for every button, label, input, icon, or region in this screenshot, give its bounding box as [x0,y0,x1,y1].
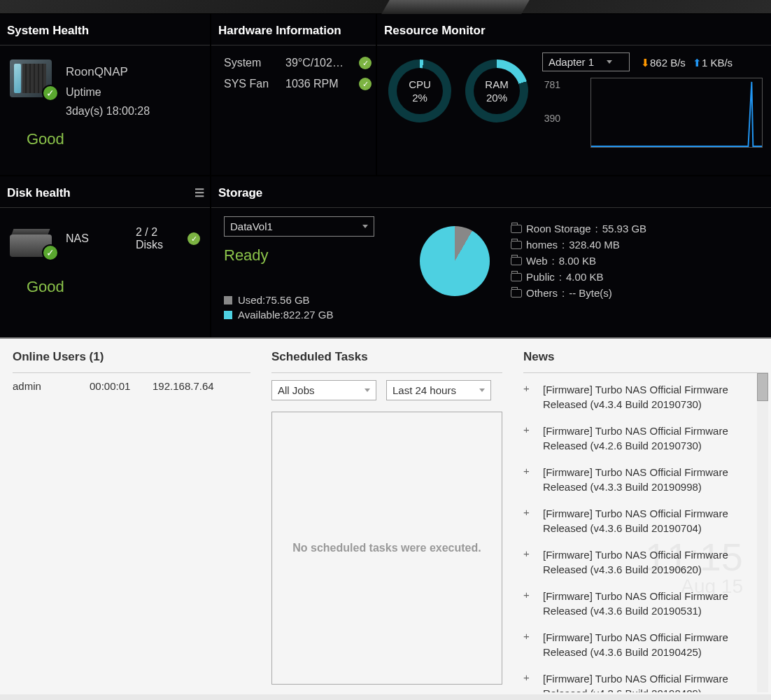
chevron-down-icon [362,225,368,228]
expand-icon[interactable]: + [523,382,533,412]
arrow-up-icon: ⬆ [693,57,702,69]
uptime-value: 3day(s) 18:00:28 [66,102,150,120]
folder-size: 8.00 KB [559,255,596,267]
news-text: [Firmware] Turbo NAS Official Firmware R… [543,382,768,412]
hw-system-value: 39°C/102… [285,57,353,69]
expand-icon[interactable]: + [523,630,533,659]
news-item[interactable]: +[Firmware] Turbo NAS Official Firmware … [523,420,768,461]
user-row: admin00:00:01192.168.7.64 [13,373,250,399]
resource-monitor-title: Resource Monitor [377,14,771,46]
folder-row: homes: 328.40 MB [511,237,646,253]
news-text: [Firmware] Turbo NAS Official Firmware R… [543,630,768,659]
volume-select-value: DataVol1 [230,220,273,232]
user-time: 00:00:01 [90,380,153,392]
adapter-select-value: Adapter 1 [549,56,594,68]
system-health-title: System Health [0,14,210,46]
news-item[interactable]: +[Firmware] Turbo NAS Official Firmware … [523,626,768,668]
disk-nas-label: NAS [66,232,136,245]
disk-count: 2 / 2 Disks [136,226,188,251]
ram-value: 20% [485,91,508,105]
news-title: News [523,344,768,373]
user-name: admin [13,380,90,392]
scrollbar-thumb[interactable] [757,373,768,401]
hw-system-label: System [224,57,280,69]
time-filter-select[interactable]: Last 24 hours [386,380,491,400]
folder-size: 55.93 GB [602,223,646,234]
news-item[interactable]: +[Firmware] Turbo NAS Official Firmware … [523,668,768,692]
chevron-down-icon [479,388,485,392]
scheduled-tasks-panel: Scheduled Tasks All Jobs Last 24 hours N… [259,339,511,694]
hw-fan-label: SYS Fan [224,78,280,90]
folder-name: Roon Storage [526,223,591,234]
expand-icon[interactable]: + [523,424,533,453]
news-text: [Firmware] Turbo NAS Official Firmware R… [543,506,768,536]
hw-fan-value: 1036 RPM [285,78,353,90]
ram-label: RAM [485,78,508,92]
status-ok-badge-icon: ✓ [42,244,59,261]
storage-folders-list: Roon Storage: 55.93 GBhomes: 328.40 MBWe… [511,216,646,301]
list-view-icon[interactable]: ☰ [194,186,203,200]
arrow-down-icon: ⬇ [641,57,650,69]
disk-health-panel: Disk health ☰ ✓ NAS 2 / 2 Disks ✓ Good [0,176,210,337]
storage-title: Storage [211,176,771,208]
news-panel: News +[Firmware] Turbo NAS Official Firm… [511,339,771,694]
folder-icon [511,273,522,281]
scheduled-tasks-title: Scheduled Tasks [271,344,502,373]
news-item[interactable]: +[Firmware] Turbo NAS Official Firmware … [523,461,768,503]
volume-select[interactable]: DataVol1 [224,216,374,237]
expand-icon[interactable]: + [523,671,533,692]
folder-icon [511,289,522,298]
system-health-panel: System Health ✓ RoonQNAP Uptime 3day(s) … [0,14,210,175]
storage-pie-chart [420,226,490,296]
system-health-status: Good [10,120,200,148]
news-item[interactable]: +[Firmware] Turbo NAS Official Firmware … [523,585,768,626]
storage-panel: Storage DataVol1 Ready Used:75.56 GB Ava… [211,176,771,337]
news-item[interactable]: +[Firmware] Turbo NAS Official Firmware … [523,544,768,585]
folder-name: Others [526,287,558,299]
folder-row: Others: -- Byte(s) [511,285,646,301]
disk-health-title: Disk health [7,186,71,200]
folder-icon [511,225,522,233]
chevron-down-icon [607,60,612,64]
folder-name: homes [526,239,558,251]
expand-icon[interactable]: + [523,547,533,577]
cpu-value: 2% [409,91,431,105]
folder-size: 4.00 KB [566,271,603,283]
cpu-gauge: CPU 2% [388,59,451,122]
uptime-label: Uptime [66,83,150,102]
chevron-down-icon [365,388,370,392]
hostname-label: RoonQNAP [66,62,150,83]
network-chart [590,78,763,148]
news-item[interactable]: +[Firmware] Turbo NAS Official Firmware … [523,503,768,544]
adapter-select[interactable]: Adapter 1 [542,52,630,71]
upload-speed: ⬆1 KB/s [693,57,733,69]
folder-name: Web [526,255,548,267]
news-text: [Firmware] Turbo NAS Official Firmware R… [543,465,768,494]
expand-icon[interactable]: + [523,506,533,536]
chart-y-lo: 390 [544,113,560,124]
cpu-label: CPU [409,78,431,92]
hardware-title: Hardware Information [211,14,376,46]
online-users-title: Online Users (1) [13,344,250,373]
folder-row: Public: 4.00 KB [511,269,646,285]
user-ip: 192.168.7.64 [153,380,214,392]
folder-row: Roon Storage: 55.93 GB [511,220,646,237]
check-icon: ✓ [359,57,372,69]
job-filter-select[interactable]: All Jobs [271,380,376,400]
news-item[interactable]: +[Firmware] Turbo NAS Official Firmware … [523,379,768,420]
check-icon: ✓ [188,232,200,245]
legend-available: Available:822.27 GB [224,307,399,322]
scrollbar-track[interactable] [757,373,768,692]
news-text: [Firmware] Turbo NAS Official Firmware R… [543,589,768,618]
folder-size: 328.40 MB [569,239,620,251]
folder-name: Public [526,271,555,283]
expand-icon[interactable]: + [523,465,533,494]
expand-icon[interactable]: + [523,589,533,618]
check-icon: ✓ [359,78,372,90]
window-top-frame [0,0,771,14]
legend-used: Used:75.56 GB [224,293,399,307]
download-speed: ⬇862 B/s [641,57,686,69]
ram-gauge: RAM 20% [465,59,528,122]
folder-icon [511,257,522,265]
disk-health-status: Good [10,268,200,296]
